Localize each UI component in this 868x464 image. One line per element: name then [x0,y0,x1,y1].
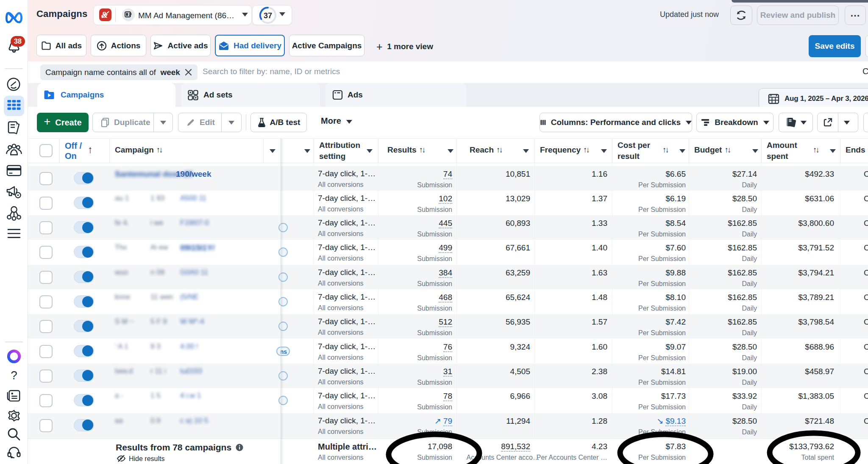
svg-text:37: 37 [264,11,272,20]
